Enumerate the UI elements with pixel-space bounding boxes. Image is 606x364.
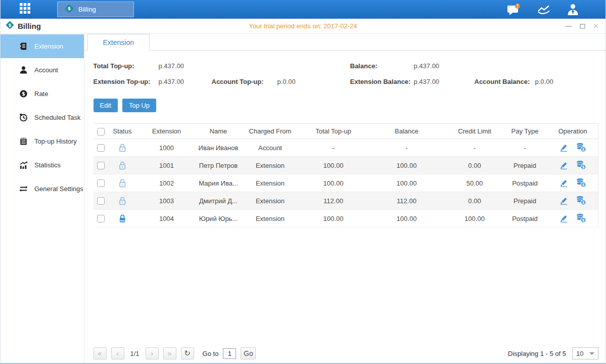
top-up-coins-icon[interactable]: $ — [576, 196, 586, 205]
cell-name: Юрий Юрь... — [197, 210, 240, 228]
status-lock-icon[interactable] — [118, 178, 126, 188]
top-up-coins-icon[interactable]: $ — [576, 178, 586, 188]
edit-pencil-icon[interactable] — [559, 178, 569, 187]
cell-charged-from: Extension — [240, 174, 301, 192]
cell-balance: - — [366, 139, 447, 157]
cell-charged-from: Extension — [240, 192, 301, 210]
row-checkbox[interactable] — [97, 144, 105, 152]
cell-credit-limit: 50.00 — [447, 174, 502, 192]
edit-pencil-icon[interactable] — [559, 161, 569, 169]
status-lock-icon[interactable] — [118, 143, 126, 152]
extension-balance-value: p.437.00 — [414, 78, 475, 85]
pagination-bar: « ‹ 1/1 › » ↻ Go to Go Displaying 1 - 5 … — [94, 347, 599, 360]
svg-text:$: $ — [68, 6, 71, 11]
extensions-table: Status Extension Name Charged From Total… — [94, 123, 599, 228]
cell-credit-limit: 100.00 — [447, 210, 502, 228]
goto-label: Go to — [203, 350, 219, 357]
trial-period-message: Your trial period ends on: 2017-02-24 — [249, 22, 357, 30]
user-account-button[interactable] — [567, 4, 579, 15]
top-up-coins-icon[interactable]: $ — [576, 213, 586, 223]
cell-pay-type: - — [502, 139, 548, 157]
app-grid-icon — [20, 3, 30, 16]
prev-page-button[interactable]: ‹ — [111, 347, 124, 359]
topup-history-ledger-icon — [19, 137, 28, 146]
sidebar-item-general-settings[interactable]: General Settings — [1, 177, 84, 201]
status-lock-icon[interactable] — [118, 196, 126, 205]
taskbar-right-icons: ! — [507, 4, 579, 16]
column-pay-type: Pay Type — [502, 124, 548, 139]
next-page-button[interactable]: › — [146, 347, 159, 359]
extension-book-icon — [19, 42, 28, 51]
edit-pencil-icon[interactable] — [559, 143, 569, 152]
go-button[interactable]: Go — [241, 347, 256, 359]
column-balance: Balance — [366, 124, 447, 139]
row-checkbox[interactable] — [97, 162, 105, 169]
cell-credit-limit: 0.00 — [447, 192, 502, 210]
sidebar-item-statistics[interactable]: Statistics — [1, 153, 84, 177]
row-checkbox[interactable] — [97, 179, 105, 187]
messages-button[interactable]: ! — [507, 4, 521, 16]
svg-text:$: $ — [582, 200, 585, 205]
edit-button[interactable]: Edit — [94, 99, 118, 112]
scheduled-task-clock-icon — [19, 113, 28, 122]
edit-pencil-icon[interactable] — [559, 196, 569, 205]
taskbar-tab-billing[interactable]: $ Billing — [57, 2, 134, 17]
balance-value: p.437.00 — [414, 62, 475, 70]
select-all-checkbox[interactable] — [97, 128, 105, 135]
minimize-button[interactable] — [565, 23, 572, 30]
top-up-button[interactable]: Top Up — [122, 99, 156, 112]
statistics-chart-button[interactable] — [537, 4, 550, 15]
account-balance-label: Account Balance: — [475, 78, 535, 85]
cell-pay-type: Postpaid — [502, 210, 548, 228]
tab-extension[interactable]: Extension — [87, 34, 150, 51]
sidebar-item-label: Rate — [34, 90, 48, 98]
displaying-status: Displaying 1 - 5 of 5 — [508, 350, 566, 357]
cell-balance: 100.00 — [366, 157, 447, 174]
extension-balance-label: Extension Balance: — [350, 78, 414, 85]
account-person-icon — [19, 66, 28, 74]
close-button[interactable]: × — [593, 23, 598, 30]
table-row: 1002 Мария Ива... Extension 100.00 100.0… — [94, 174, 598, 192]
account-topup-label: Account Top-up: — [212, 78, 277, 85]
top-up-coins-icon[interactable]: $ — [576, 143, 586, 152]
cell-balance: 100.00 — [366, 174, 447, 192]
row-checkbox[interactable] — [97, 215, 105, 222]
cell-name: Дмитрий Д... — [197, 192, 240, 210]
sidebar-item-label: Extension — [34, 42, 63, 50]
billing-diamond-icon: $ — [65, 4, 74, 15]
svg-text:$: $ — [582, 218, 585, 222]
first-page-button[interactable]: « — [94, 347, 107, 359]
refresh-icon[interactable]: ↻ — [181, 347, 194, 359]
sidebar-item-topup-history[interactable]: Top-up History — [1, 129, 84, 153]
edit-pencil-icon[interactable] — [559, 214, 569, 222]
sidebar-item-label: General Settings — [34, 185, 83, 193]
sidebar: Extension Account $ Rate — [1, 34, 84, 363]
sidebar-item-account[interactable]: Account — [1, 58, 84, 82]
row-checkbox[interactable] — [97, 197, 105, 205]
balance-label: Balance: — [350, 62, 414, 70]
status-lock-icon[interactable] — [118, 161, 126, 170]
action-buttons: Edit Top Up — [94, 99, 599, 112]
last-page-button[interactable]: » — [163, 347, 176, 359]
app-grid-button[interactable] — [19, 4, 31, 16]
table-row: 1000 Иван Иванов Account - - - - $ — [94, 139, 598, 157]
cell-total-topup: 100.00 — [301, 157, 366, 174]
status-lock-icon[interactable] — [118, 214, 126, 223]
cell-balance: 112.00 — [366, 192, 447, 210]
cell-pay-type: Postpaid — [502, 174, 548, 192]
top-up-coins-icon[interactable]: $ — [576, 160, 586, 170]
maximize-button[interactable] — [580, 23, 585, 30]
cell-extension: 1002 — [136, 174, 197, 192]
sidebar-item-extension[interactable]: Extension — [1, 34, 84, 58]
cell-credit-limit: 0.00 — [447, 157, 502, 174]
sidebar-item-rate[interactable]: $ Rate — [1, 82, 84, 106]
page-size-select[interactable]: 10 — [572, 347, 598, 359]
sidebar-item-label: Account — [34, 66, 58, 74]
taskbar: $ Billing ! — [1, 0, 605, 19]
svg-text:$: $ — [582, 147, 585, 152]
sidebar-item-scheduled-task[interactable]: Scheduled Task — [1, 106, 84, 129]
column-name: Name — [197, 124, 240, 139]
goto-page-input[interactable] — [223, 348, 236, 359]
sidebar-item-label: Statistics — [34, 161, 61, 169]
window-header: $ Billing Your trial period ends on: 201… — [1, 19, 605, 34]
